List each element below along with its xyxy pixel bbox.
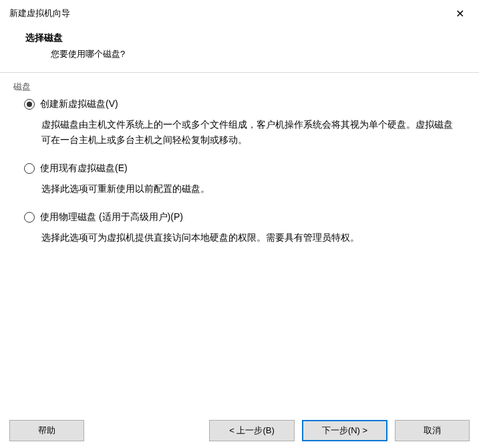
radio-desc-create: 虚拟磁盘由主机文件系统上的一个或多个文件组成，客户机操作系统会将其视为单个硬盘。… xyxy=(24,110,464,148)
radio-use-existing-disk[interactable]: 使用现有虚拟磁盘(E) xyxy=(24,162,464,175)
radio-desc-physical: 选择此选项可为虚拟机提供直接访问本地硬盘的权限。需要具有管理员特权。 xyxy=(24,223,464,245)
help-button[interactable]: 帮助 xyxy=(9,420,84,441)
radio-label-physical: 使用物理磁盘 (适用于高级用户)(P) xyxy=(40,211,183,223)
fieldset-label-disk: 磁盘 xyxy=(0,73,479,98)
radio-use-physical-disk[interactable]: 使用物理磁盘 (适用于高级用户)(P) xyxy=(24,211,464,223)
cancel-button[interactable]: 取消 xyxy=(395,420,470,441)
radio-icon xyxy=(24,99,35,110)
disk-option-group: 创建新虚拟磁盘(V) 虚拟磁盘由主机文件系统上的一个或多个文件组成，客户机操作系… xyxy=(0,98,479,245)
window-title: 新建虚拟机向导 xyxy=(9,7,70,19)
close-icon[interactable]: ✕ xyxy=(450,5,470,21)
page-heading: 选择磁盘 xyxy=(9,32,470,44)
back-button[interactable]: < 上一步(B) xyxy=(209,420,295,441)
radio-label-create: 创建新虚拟磁盘(V) xyxy=(40,98,118,110)
radio-desc-existing: 选择此选项可重新使用以前配置的磁盘。 xyxy=(24,175,464,197)
radio-icon xyxy=(24,212,35,223)
radio-icon xyxy=(24,163,35,174)
page-subheading: 您要使用哪个磁盘? xyxy=(9,44,470,60)
next-button[interactable]: 下一步(N) > xyxy=(302,420,387,441)
radio-create-new-disk[interactable]: 创建新虚拟磁盘(V) xyxy=(24,98,464,110)
radio-label-existing: 使用现有虚拟磁盘(E) xyxy=(40,162,128,175)
